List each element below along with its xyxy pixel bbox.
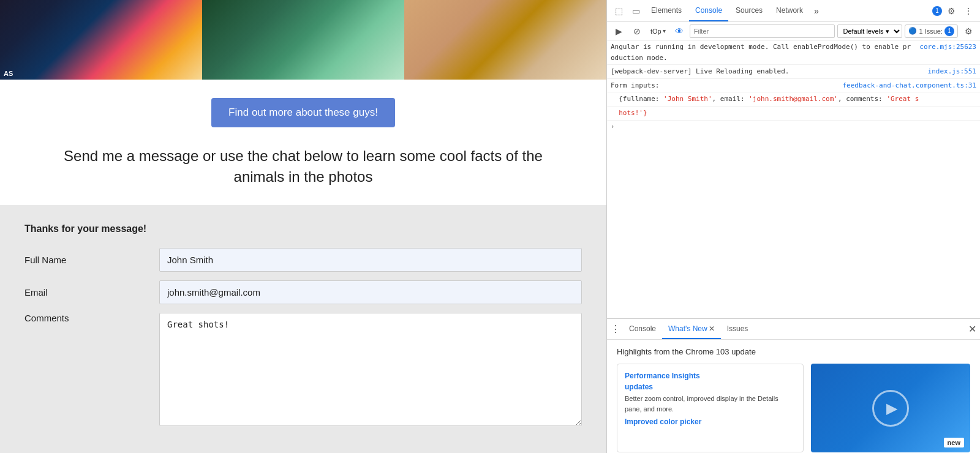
- thanks-message: Thanks for your message!: [24, 223, 582, 234]
- photo-stingray: [404, 0, 606, 80]
- console-stop-button[interactable]: ⊘: [629, 23, 645, 39]
- console-msg-4: {fullname: 'John Smith', email: 'john.sm…: [611, 94, 976, 105]
- form-row-comments: Comments Great shots!: [24, 313, 582, 426]
- console-source-3[interactable]: feedback-and-chat.component.ts:31: [842, 80, 976, 91]
- console-entry-3: Form inputs: feedback-and-chat.component…: [607, 79, 980, 93]
- find-out-button[interactable]: Find out more about these guys!: [211, 98, 395, 127]
- devtools-bottom-drawer: ⋮ Console What's New ✕ Issues ✕ Highligh…: [607, 318, 980, 453]
- play-icon: ▶: [886, 400, 897, 417]
- drawer-tab-console[interactable]: Console: [623, 319, 662, 339]
- form-section: Thanks for your message! Full Name Email…: [0, 205, 606, 453]
- drawer-three-dots-icon[interactable]: ⋮: [611, 323, 620, 335]
- console-msg-3: Form inputs:: [611, 80, 837, 91]
- console-entry-4b: hots!'}: [607, 107, 980, 121]
- notification-badge: 1: [932, 6, 942, 16]
- drawer-content: Highlights from the Chrome 103 update Pe…: [607, 340, 980, 453]
- issues-icon: 🔵: [908, 27, 917, 35]
- photo-label-as: AS: [4, 70, 13, 77]
- drawer-cards: Performance Insights updates Better zoom…: [617, 364, 970, 452]
- inspect-element-button[interactable]: ⬚: [611, 3, 627, 19]
- issues-count-badge: 1: [944, 26, 954, 36]
- top-label-text: tOp: [650, 28, 662, 35]
- drawer-tab-whatsnew[interactable]: What's New ✕: [662, 319, 721, 339]
- drawer-tab-whatsnew-close[interactable]: ✕: [709, 324, 715, 333]
- section-tagline: Send me a message or use the chat below …: [0, 146, 606, 187]
- drawer-tabs: ⋮ Console What's New ✕ Issues ✕: [607, 319, 980, 340]
- console-source-1[interactable]: core.mjs:25623: [919, 42, 976, 53]
- drawer-card-text: Performance Insights updates Better zoom…: [617, 364, 804, 452]
- more-options-button[interactable]: ⋮: [960, 3, 976, 19]
- photo-underwater: [202, 0, 404, 80]
- console-source-2[interactable]: index.js:551: [928, 66, 976, 77]
- improved-color-picker-link[interactable]: Improved color picker: [625, 417, 796, 426]
- console-entry-1: Angular is running in development mode. …: [607, 40, 980, 65]
- console-msg-1: Angular is running in development mode. …: [611, 42, 914, 63]
- top-dropdown-icon: ▾: [663, 28, 666, 34]
- tab-sources[interactable]: Sources: [729, 0, 769, 21]
- filter-input[interactable]: [690, 24, 835, 38]
- devtools-panel: ⬚ ▭ Elements Console Sources Network » 1…: [606, 0, 980, 453]
- console-msg-2: [webpack-dev-server] Live Reloading enab…: [611, 66, 923, 77]
- drawer-tab-issues[interactable]: Issues: [721, 319, 755, 339]
- console-secondary-toolbar: ▶ ⊘ tOp ▾ 👁 Default levels ▾ 🔵 1 Issue: …: [607, 22, 980, 40]
- eye-button[interactable]: 👁: [671, 23, 687, 39]
- form-label-email: Email: [24, 287, 159, 298]
- photos-section: AS: [0, 0, 606, 80]
- updates-link[interactable]: updates: [625, 383, 796, 391]
- console-entry-2: [webpack-dev-server] Live Reloading enab…: [607, 65, 980, 79]
- tab-console[interactable]: Console: [689, 0, 728, 21]
- device-toggle-button[interactable]: ▭: [628, 3, 644, 19]
- console-msg-4b: hots!'}: [611, 108, 976, 119]
- drawer-card-video: ▶ new: [811, 364, 970, 452]
- form-label-fullname: Full Name: [24, 255, 159, 265]
- form-label-comments: Comments: [24, 313, 159, 323]
- console-log: Angular is running in development mode. …: [607, 40, 980, 318]
- console-entry-4: {fullname: 'John Smith', email: 'john.sm…: [607, 92, 980, 107]
- card-description: Better zoom control, improved display in…: [625, 394, 796, 414]
- highlights-title: Highlights from the Chrome 103 update: [617, 347, 970, 356]
- console-expand-row: ›: [607, 121, 980, 133]
- issues-label: 1 Issue:: [919, 28, 943, 35]
- form-row-email: Email: [24, 280, 582, 304]
- issues-badge: 🔵 1 Issue: 1: [905, 24, 958, 38]
- tab-elements[interactable]: Elements: [645, 0, 688, 21]
- fullname-input[interactable]: [159, 248, 582, 272]
- new-badge: new: [944, 438, 964, 447]
- form-row-fullname: Full Name: [24, 248, 582, 272]
- console-play-button[interactable]: ▶: [611, 23, 627, 39]
- comments-textarea[interactable]: Great shots!: [159, 313, 582, 426]
- drawer-close-button[interactable]: ✕: [968, 323, 976, 335]
- toolbar-right: 1 ⚙ ⋮: [932, 3, 976, 19]
- performance-insights-link[interactable]: Performance Insights: [625, 372, 796, 380]
- expand-caret-icon[interactable]: ›: [611, 122, 614, 132]
- more-tabs-button[interactable]: »: [810, 2, 823, 20]
- tab-network[interactable]: Network: [770, 0, 809, 21]
- console-settings-button[interactable]: ⚙: [960, 23, 976, 39]
- email-input[interactable]: [159, 280, 582, 304]
- levels-select[interactable]: Default levels ▾: [837, 24, 902, 38]
- main-content: AS Find out more about these guys! Send …: [0, 0, 606, 453]
- settings-button[interactable]: ⚙: [943, 3, 959, 19]
- devtools-top-toolbar: ⬚ ▭ Elements Console Sources Network » 1…: [607, 0, 980, 22]
- photo-sunset: AS: [0, 0, 202, 80]
- video-play-circle: ▶: [872, 390, 909, 427]
- top-context-button[interactable]: tOp ▾: [647, 26, 669, 36]
